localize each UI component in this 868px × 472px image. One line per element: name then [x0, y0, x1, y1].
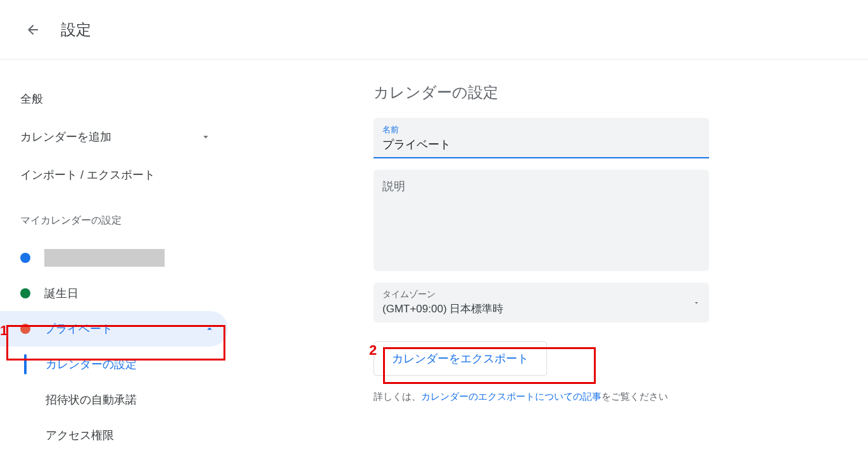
sub-item-label: アクセス権限: [46, 428, 114, 443]
calendar-sub-nav: カレンダーの設定 招待状の自動承諾 アクセス権限: [24, 347, 228, 453]
my-calendars-header: マイカレンダーの設定: [20, 214, 228, 227]
name-field[interactable]: 名前 プライベート: [374, 118, 709, 158]
annotation-number-2: 2: [369, 342, 377, 359]
description-field[interactable]: 説明: [374, 170, 709, 271]
calendar-color-dot: [20, 324, 30, 334]
export-calendar-button[interactable]: カレンダーをエクスポート: [374, 341, 547, 376]
app-header: 設定: [0, 0, 868, 60]
more-info-text: 詳しくは、カレンダーのエクスポートについての記事をご覧ください: [374, 391, 868, 403]
sub-item-calendar-settings[interactable]: カレンダーの設定: [24, 347, 228, 382]
chevron-down-icon: [200, 131, 211, 143]
dropdown-caret-icon: [693, 299, 700, 307]
sub-item-label: カレンダーの設定: [46, 357, 137, 372]
nav-label: 全般: [20, 91, 43, 106]
chevron-up-icon: [204, 323, 215, 335]
nav-general[interactable]: 全般: [20, 80, 228, 118]
calendar-item-birthday[interactable]: 誕生日: [20, 276, 228, 311]
nav-label: カレンダーを追加: [20, 129, 111, 144]
calendar-item-private[interactable]: プライベート: [0, 311, 228, 347]
main-panel: カレンダーの設定 名前 プライベート 説明 タイムゾーン (GMT+09:00)…: [228, 60, 868, 453]
more-info-prefix: 詳しくは、: [374, 391, 421, 402]
back-arrow-icon[interactable]: [25, 22, 41, 37]
calendar-item-personal[interactable]: [20, 240, 228, 276]
timezone-value: (GMT+09:00) 日本標準時: [382, 302, 503, 316]
more-info-suffix: をご覧ください: [601, 391, 668, 402]
annotation-number-1: 1: [0, 322, 8, 339]
name-field-label: 名前: [382, 124, 700, 136]
timezone-label: タイムゾーン: [382, 289, 503, 300]
calendar-color-dot: [20, 288, 30, 298]
more-info-link[interactable]: カレンダーのエクスポートについての記事: [421, 391, 601, 402]
calendar-color-dot: [20, 253, 30, 263]
calendar-label: 誕生日: [44, 286, 79, 301]
sub-item-auto-accept[interactable]: 招待状の自動承諾: [24, 382, 228, 418]
export-button-label: カレンダーをエクスポート: [392, 352, 529, 365]
page-title: 設定: [61, 20, 91, 40]
sub-item-label: 招待状の自動承諾: [46, 392, 137, 407]
timezone-field[interactable]: タイムゾーン (GMT+09:00) 日本標準時: [374, 283, 709, 322]
description-placeholder: 説明: [382, 180, 405, 193]
sub-item-access[interactable]: アクセス権限: [24, 418, 228, 453]
nav-import-export[interactable]: インポート / エクスポート: [20, 156, 228, 194]
nav-add-calendar[interactable]: カレンダーを追加: [20, 118, 228, 156]
name-field-value: プライベート: [382, 138, 451, 151]
redacted-calendar-name: [44, 249, 165, 267]
settings-sidebar: 全般 カレンダーを追加 インポート / エクスポート マイカレンダーの設定 誕生…: [0, 60, 228, 453]
calendar-label: プライベート: [44, 321, 113, 336]
nav-label: インポート / エクスポート: [20, 167, 155, 182]
main-title: カレンダーの設定: [374, 82, 868, 103]
